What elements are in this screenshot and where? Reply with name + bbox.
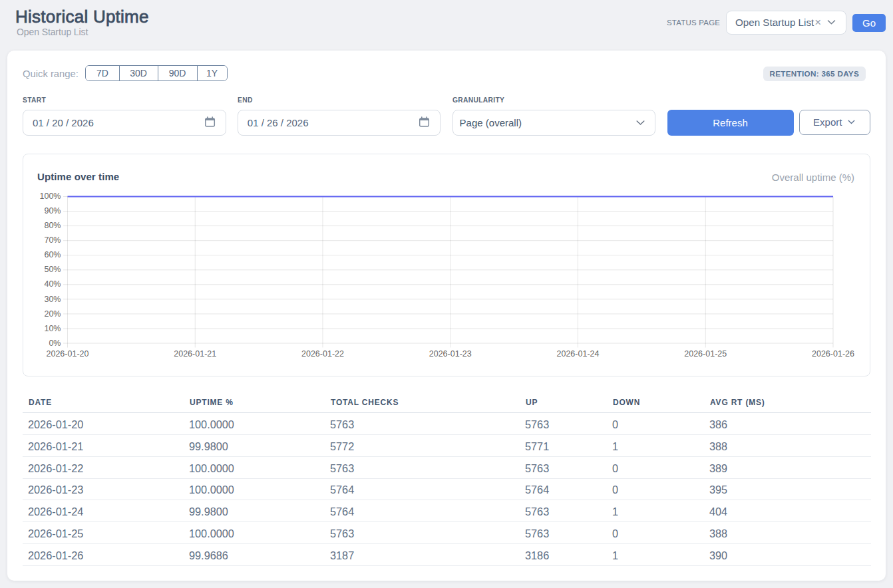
- svg-text:70%: 70%: [44, 235, 61, 245]
- svg-text:10%: 10%: [44, 324, 61, 333]
- svg-text:2026-01-26: 2026-01-26: [812, 349, 854, 359]
- svg-text:40%: 40%: [44, 279, 61, 289]
- svg-text:20%: 20%: [44, 309, 61, 319]
- svg-text:2026-01-22: 2026-01-22: [301, 349, 344, 359]
- svg-text:2026-01-21: 2026-01-21: [174, 349, 216, 359]
- svg-text:30%: 30%: [44, 295, 61, 304]
- svg-text:60%: 60%: [44, 250, 61, 259]
- svg-text:2026-01-23: 2026-01-23: [429, 349, 472, 359]
- svg-text:100%: 100%: [40, 192, 61, 201]
- svg-text:90%: 90%: [44, 206, 61, 216]
- svg-text:50%: 50%: [44, 265, 61, 274]
- svg-text:80%: 80%: [44, 221, 61, 230]
- svg-text:2026-01-20: 2026-01-20: [47, 349, 89, 359]
- svg-text:2026-01-25: 2026-01-25: [684, 349, 727, 359]
- svg-text:0%: 0%: [49, 339, 61, 348]
- svg-text:2026-01-24: 2026-01-24: [557, 349, 600, 359]
